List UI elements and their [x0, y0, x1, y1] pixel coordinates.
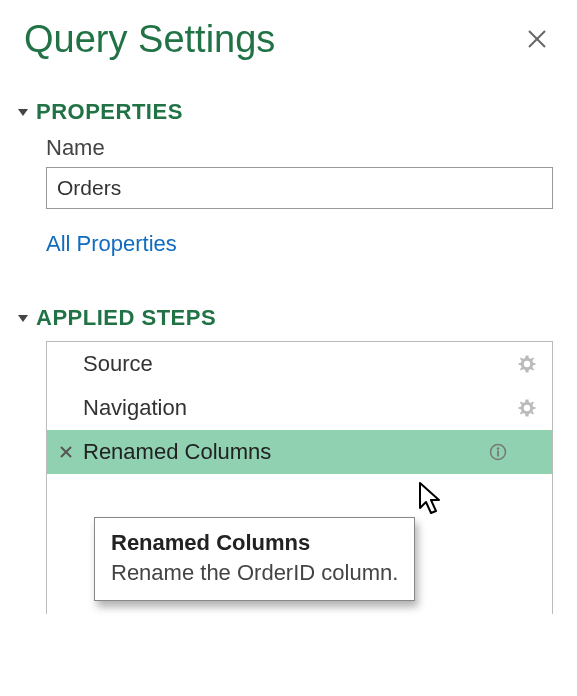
name-field-label: Name — [46, 135, 553, 161]
close-button[interactable] — [521, 26, 553, 54]
gear-icon[interactable] — [512, 398, 542, 418]
name-input[interactable] — [46, 167, 553, 209]
collapse-toggle-icon — [16, 311, 30, 325]
step-tooltip: Renamed Columns Rename the OrderID colum… — [94, 517, 415, 601]
applied-steps-title: APPLIED STEPS — [36, 305, 216, 331]
step-row[interactable]: Renamed Columns — [47, 430, 552, 474]
tooltip-title: Renamed Columns — [111, 530, 398, 556]
collapse-toggle-icon — [16, 105, 30, 119]
panel-title: Query Settings — [24, 18, 275, 61]
panel-header: Query Settings — [24, 18, 553, 61]
properties-title: PROPERTIES — [36, 99, 183, 125]
applied-steps-list: SourceNavigationRenamed Columns Renamed … — [46, 341, 553, 614]
svg-point-11 — [497, 447, 499, 449]
info-icon[interactable] — [484, 443, 512, 461]
close-icon — [527, 29, 547, 49]
svg-rect-12 — [497, 451, 499, 457]
svg-point-5 — [524, 361, 530, 367]
properties-section-header[interactable]: PROPERTIES — [16, 99, 553, 125]
step-label: Renamed Columns — [77, 439, 484, 465]
applied-steps-section-header[interactable]: APPLIED STEPS — [16, 305, 553, 331]
all-properties-link[interactable]: All Properties — [46, 231, 177, 257]
svg-marker-13 — [420, 483, 439, 513]
tooltip-body: Rename the OrderID column. — [111, 560, 398, 586]
step-label: Source — [77, 351, 484, 377]
svg-marker-3 — [18, 315, 28, 322]
step-row[interactable]: Source — [47, 342, 552, 386]
step-row[interactable]: Navigation — [47, 386, 552, 430]
delete-step-icon[interactable] — [55, 445, 77, 459]
svg-marker-2 — [18, 109, 28, 116]
cursor-icon — [419, 482, 445, 520]
gear-icon[interactable] — [512, 354, 542, 374]
step-label: Navigation — [77, 395, 484, 421]
query-settings-panel: Query Settings PROPERTIES Name All Prope… — [0, 0, 577, 614]
svg-point-7 — [524, 405, 530, 411]
